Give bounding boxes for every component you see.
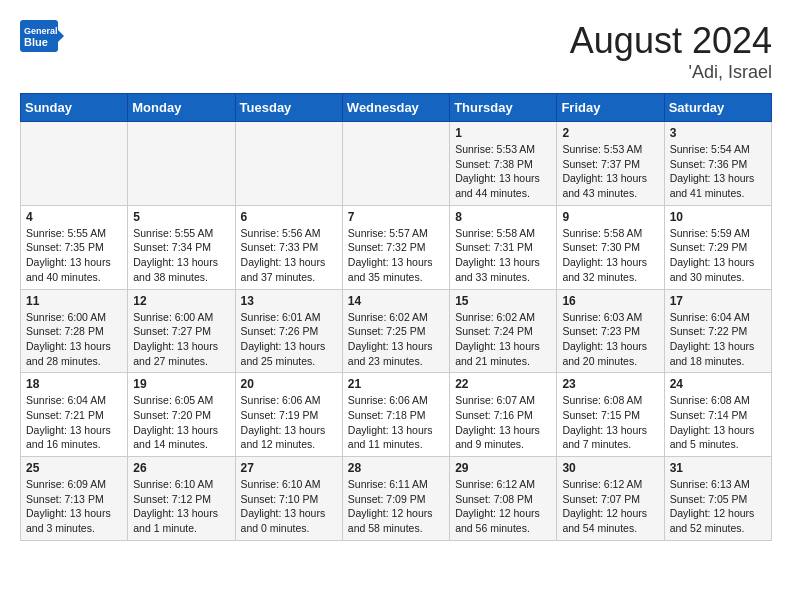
day-number: 9 bbox=[562, 210, 658, 224]
calendar-week-row: 1Sunrise: 5:53 AM Sunset: 7:38 PM Daylig… bbox=[21, 122, 772, 206]
weekday-header-cell: Monday bbox=[128, 94, 235, 122]
logo: General Blue bbox=[20, 20, 64, 52]
calendar-cell: 10Sunrise: 5:59 AM Sunset: 7:29 PM Dayli… bbox=[664, 205, 771, 289]
day-info: Sunrise: 5:55 AM Sunset: 7:34 PM Dayligh… bbox=[133, 227, 218, 283]
day-number: 14 bbox=[348, 294, 444, 308]
day-number: 20 bbox=[241, 377, 337, 391]
calendar-cell: 12Sunrise: 6:00 AM Sunset: 7:27 PM Dayli… bbox=[128, 289, 235, 373]
calendar-cell: 4Sunrise: 5:55 AM Sunset: 7:35 PM Daylig… bbox=[21, 205, 128, 289]
page-header: General Blue August 2024 'Adi, Israel bbox=[20, 20, 772, 83]
day-info: Sunrise: 6:11 AM Sunset: 7:09 PM Dayligh… bbox=[348, 478, 433, 534]
day-info: Sunrise: 6:07 AM Sunset: 7:16 PM Dayligh… bbox=[455, 394, 540, 450]
day-number: 27 bbox=[241, 461, 337, 475]
calendar-cell: 17Sunrise: 6:04 AM Sunset: 7:22 PM Dayli… bbox=[664, 289, 771, 373]
day-number: 11 bbox=[26, 294, 122, 308]
month-year: August 2024 bbox=[570, 20, 772, 62]
day-info: Sunrise: 6:00 AM Sunset: 7:27 PM Dayligh… bbox=[133, 311, 218, 367]
day-info: Sunrise: 6:10 AM Sunset: 7:10 PM Dayligh… bbox=[241, 478, 326, 534]
day-info: Sunrise: 5:57 AM Sunset: 7:32 PM Dayligh… bbox=[348, 227, 433, 283]
day-number: 21 bbox=[348, 377, 444, 391]
day-number: 15 bbox=[455, 294, 551, 308]
calendar-cell: 22Sunrise: 6:07 AM Sunset: 7:16 PM Dayli… bbox=[450, 373, 557, 457]
calendar-cell: 20Sunrise: 6:06 AM Sunset: 7:19 PM Dayli… bbox=[235, 373, 342, 457]
calendar-cell: 18Sunrise: 6:04 AM Sunset: 7:21 PM Dayli… bbox=[21, 373, 128, 457]
day-number: 13 bbox=[241, 294, 337, 308]
day-info: Sunrise: 6:06 AM Sunset: 7:19 PM Dayligh… bbox=[241, 394, 326, 450]
day-info: Sunrise: 6:04 AM Sunset: 7:21 PM Dayligh… bbox=[26, 394, 111, 450]
weekday-header-cell: Thursday bbox=[450, 94, 557, 122]
day-number: 24 bbox=[670, 377, 766, 391]
calendar-cell: 28Sunrise: 6:11 AM Sunset: 7:09 PM Dayli… bbox=[342, 457, 449, 541]
day-number: 7 bbox=[348, 210, 444, 224]
day-info: Sunrise: 6:02 AM Sunset: 7:25 PM Dayligh… bbox=[348, 311, 433, 367]
calendar-cell: 31Sunrise: 6:13 AM Sunset: 7:05 PM Dayli… bbox=[664, 457, 771, 541]
calendar-cell bbox=[342, 122, 449, 206]
calendar-week-row: 18Sunrise: 6:04 AM Sunset: 7:21 PM Dayli… bbox=[21, 373, 772, 457]
calendar-cell: 6Sunrise: 5:56 AM Sunset: 7:33 PM Daylig… bbox=[235, 205, 342, 289]
weekday-header-cell: Friday bbox=[557, 94, 664, 122]
day-number: 6 bbox=[241, 210, 337, 224]
calendar-cell: 19Sunrise: 6:05 AM Sunset: 7:20 PM Dayli… bbox=[128, 373, 235, 457]
day-number: 31 bbox=[670, 461, 766, 475]
day-info: Sunrise: 6:08 AM Sunset: 7:15 PM Dayligh… bbox=[562, 394, 647, 450]
calendar-cell: 5Sunrise: 5:55 AM Sunset: 7:34 PM Daylig… bbox=[128, 205, 235, 289]
day-number: 16 bbox=[562, 294, 658, 308]
calendar-cell: 16Sunrise: 6:03 AM Sunset: 7:23 PM Dayli… bbox=[557, 289, 664, 373]
day-number: 23 bbox=[562, 377, 658, 391]
day-number: 26 bbox=[133, 461, 229, 475]
calendar-cell: 27Sunrise: 6:10 AM Sunset: 7:10 PM Dayli… bbox=[235, 457, 342, 541]
calendar-cell: 13Sunrise: 6:01 AM Sunset: 7:26 PM Dayli… bbox=[235, 289, 342, 373]
day-info: Sunrise: 6:10 AM Sunset: 7:12 PM Dayligh… bbox=[133, 478, 218, 534]
calendar-cell: 2Sunrise: 5:53 AM Sunset: 7:37 PM Daylig… bbox=[557, 122, 664, 206]
day-info: Sunrise: 6:09 AM Sunset: 7:13 PM Dayligh… bbox=[26, 478, 111, 534]
logo-icon: General Blue bbox=[20, 20, 64, 52]
day-number: 2 bbox=[562, 126, 658, 140]
calendar-cell: 3Sunrise: 5:54 AM Sunset: 7:36 PM Daylig… bbox=[664, 122, 771, 206]
day-number: 4 bbox=[26, 210, 122, 224]
day-info: Sunrise: 6:13 AM Sunset: 7:05 PM Dayligh… bbox=[670, 478, 755, 534]
svg-text:Blue: Blue bbox=[24, 36, 48, 48]
calendar-cell bbox=[235, 122, 342, 206]
day-info: Sunrise: 6:02 AM Sunset: 7:24 PM Dayligh… bbox=[455, 311, 540, 367]
day-info: Sunrise: 5:53 AM Sunset: 7:38 PM Dayligh… bbox=[455, 143, 540, 199]
calendar-cell: 23Sunrise: 6:08 AM Sunset: 7:15 PM Dayli… bbox=[557, 373, 664, 457]
calendar-cell: 25Sunrise: 6:09 AM Sunset: 7:13 PM Dayli… bbox=[21, 457, 128, 541]
day-info: Sunrise: 5:59 AM Sunset: 7:29 PM Dayligh… bbox=[670, 227, 755, 283]
calendar-table: SundayMondayTuesdayWednesdayThursdayFrid… bbox=[20, 93, 772, 541]
day-number: 25 bbox=[26, 461, 122, 475]
calendar-week-row: 11Sunrise: 6:00 AM Sunset: 7:28 PM Dayli… bbox=[21, 289, 772, 373]
day-info: Sunrise: 5:58 AM Sunset: 7:30 PM Dayligh… bbox=[562, 227, 647, 283]
day-number: 22 bbox=[455, 377, 551, 391]
weekday-header-cell: Tuesday bbox=[235, 94, 342, 122]
day-info: Sunrise: 6:01 AM Sunset: 7:26 PM Dayligh… bbox=[241, 311, 326, 367]
weekday-header-cell: Wednesday bbox=[342, 94, 449, 122]
calendar-cell: 1Sunrise: 5:53 AM Sunset: 7:38 PM Daylig… bbox=[450, 122, 557, 206]
day-info: Sunrise: 5:56 AM Sunset: 7:33 PM Dayligh… bbox=[241, 227, 326, 283]
day-number: 12 bbox=[133, 294, 229, 308]
day-info: Sunrise: 6:03 AM Sunset: 7:23 PM Dayligh… bbox=[562, 311, 647, 367]
day-info: Sunrise: 5:54 AM Sunset: 7:36 PM Dayligh… bbox=[670, 143, 755, 199]
day-number: 8 bbox=[455, 210, 551, 224]
calendar-body: 1Sunrise: 5:53 AM Sunset: 7:38 PM Daylig… bbox=[21, 122, 772, 541]
day-number: 30 bbox=[562, 461, 658, 475]
calendar-cell: 14Sunrise: 6:02 AM Sunset: 7:25 PM Dayli… bbox=[342, 289, 449, 373]
calendar-cell: 30Sunrise: 6:12 AM Sunset: 7:07 PM Dayli… bbox=[557, 457, 664, 541]
svg-text:General: General bbox=[24, 26, 58, 36]
weekday-header-row: SundayMondayTuesdayWednesdayThursdayFrid… bbox=[21, 94, 772, 122]
calendar-cell: 29Sunrise: 6:12 AM Sunset: 7:08 PM Dayli… bbox=[450, 457, 557, 541]
day-info: Sunrise: 6:08 AM Sunset: 7:14 PM Dayligh… bbox=[670, 394, 755, 450]
day-info: Sunrise: 6:06 AM Sunset: 7:18 PM Dayligh… bbox=[348, 394, 433, 450]
title-block: August 2024 'Adi, Israel bbox=[570, 20, 772, 83]
day-info: Sunrise: 6:12 AM Sunset: 7:07 PM Dayligh… bbox=[562, 478, 647, 534]
day-info: Sunrise: 5:58 AM Sunset: 7:31 PM Dayligh… bbox=[455, 227, 540, 283]
calendar-week-row: 25Sunrise: 6:09 AM Sunset: 7:13 PM Dayli… bbox=[21, 457, 772, 541]
calendar-cell: 24Sunrise: 6:08 AM Sunset: 7:14 PM Dayli… bbox=[664, 373, 771, 457]
day-info: Sunrise: 6:00 AM Sunset: 7:28 PM Dayligh… bbox=[26, 311, 111, 367]
day-number: 28 bbox=[348, 461, 444, 475]
day-number: 3 bbox=[670, 126, 766, 140]
svg-marker-1 bbox=[58, 30, 64, 42]
calendar-cell: 11Sunrise: 6:00 AM Sunset: 7:28 PM Dayli… bbox=[21, 289, 128, 373]
day-number: 29 bbox=[455, 461, 551, 475]
day-number: 18 bbox=[26, 377, 122, 391]
calendar-cell: 7Sunrise: 5:57 AM Sunset: 7:32 PM Daylig… bbox=[342, 205, 449, 289]
